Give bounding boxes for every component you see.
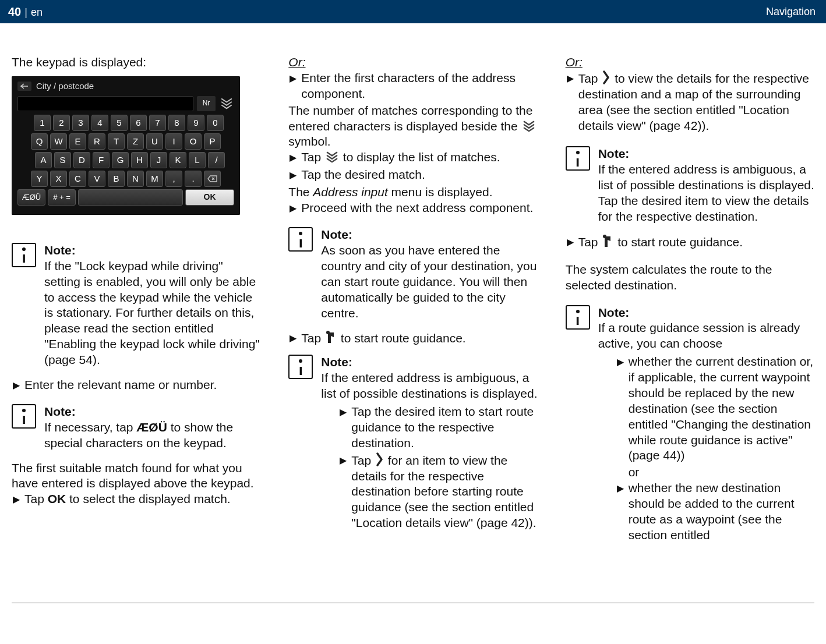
key-6[interactable]: 6 <box>130 115 147 131</box>
note-sub-1: ▶ whether the current destination or, if… <box>617 354 814 463</box>
instr-start-guidance: ▶ Tap to start route guidance. <box>290 330 537 346</box>
key-t[interactable]: T <box>108 133 125 150</box>
page-lang: en <box>31 6 43 19</box>
triangle-bullet-icon: ▶ <box>617 480 624 497</box>
key-h[interactable]: H <box>131 152 148 168</box>
key-j[interactable]: J <box>150 152 167 168</box>
key-u[interactable]: U <box>146 133 163 150</box>
key-n[interactable]: N <box>127 171 144 187</box>
key-g[interactable]: G <box>112 152 129 168</box>
keypad-row-q: Q W E R T Z U I O P <box>17 133 234 150</box>
key-c[interactable]: C <box>69 171 86 187</box>
note-title: Note: <box>44 243 76 257</box>
key-k[interactable]: K <box>170 152 186 168</box>
key-ok[interactable]: OK <box>185 189 234 206</box>
key-dot[interactable]: . <box>185 171 202 187</box>
triangle-bullet-icon: ▶ <box>13 377 20 394</box>
angle-right-icon <box>376 452 383 466</box>
para-address-a: The <box>288 185 313 199</box>
key-7[interactable]: 7 <box>149 115 166 131</box>
keypad-input[interactable] <box>17 96 193 111</box>
triangle-bullet-icon: ▶ <box>290 200 296 217</box>
header-bar: 40 | en Navigation <box>0 0 826 23</box>
column-1: The keypad is displayed: City / postcode… <box>12 55 260 554</box>
note-country-city: ı Note: As soon as you have entered the … <box>288 227 537 321</box>
key-y[interactable]: Y <box>31 171 48 187</box>
instr-tap-ok: ▶ Tap OK to select the displayed match. <box>13 491 260 508</box>
triangle-bullet-icon: ▶ <box>290 70 296 87</box>
note-ambiguous: ı Note: If the entered address is ambigu… <box>288 355 537 532</box>
key-e[interactable]: E <box>69 133 86 150</box>
key-2[interactable]: 2 <box>53 115 70 131</box>
keypad-titlebar: City / postcode <box>17 80 234 93</box>
col1-intro: The keypad is displayed: <box>12 55 260 70</box>
instr-text-a: Tap <box>578 72 602 85</box>
key-b[interactable]: B <box>108 171 125 187</box>
keypad-row-a: A S D F G H J K L / <box>17 152 234 168</box>
note-title: Note: <box>44 405 76 418</box>
key-l[interactable]: L <box>189 152 206 168</box>
key-v[interactable]: V <box>89 171 105 187</box>
instr-text-b: to select the displayed match. <box>66 492 231 505</box>
key-8[interactable]: 8 <box>168 115 185 131</box>
key-3[interactable]: 3 <box>72 115 89 131</box>
keypad-row-y: Y X C V B N M , . <box>17 171 234 187</box>
key-x[interactable]: X <box>50 171 67 187</box>
key-s[interactable]: S <box>54 152 71 168</box>
key-comma[interactable]: , <box>165 171 182 187</box>
instr-text-a: Tap <box>578 235 602 249</box>
key-slash[interactable]: / <box>208 152 225 168</box>
keypad-nr-button[interactable]: Nr <box>197 96 216 111</box>
key-r[interactable]: R <box>89 133 105 150</box>
chevrons-down-icon[interactable] <box>219 96 234 111</box>
key-q[interactable]: Q <box>31 133 48 150</box>
page-number: 40 <box>8 5 21 19</box>
instr-tap-match: ▶ Tap the desired match. <box>290 167 537 183</box>
instr-start-guidance-3: ▶ Tap to start route guidance. <box>567 234 814 250</box>
key-symbols[interactable]: # + = <box>48 189 76 206</box>
key-m[interactable]: M <box>146 171 163 187</box>
note-text: If the entered address is ambiguous, a l… <box>321 371 537 400</box>
instr-text: Enter the first characters of the addres… <box>301 70 537 102</box>
key-backspace[interactable] <box>204 171 221 187</box>
para-address-italic: Address input <box>313 185 387 199</box>
key-4[interactable]: 4 <box>91 115 108 131</box>
key-9[interactable]: 9 <box>188 115 204 131</box>
instr-text-b: to display the list of matches. <box>340 150 500 164</box>
flag-icon <box>602 234 613 248</box>
page-section: Navigation <box>766 6 816 18</box>
note-sub-2: ▶ whether the new destination should be … <box>617 480 814 543</box>
key-5[interactable]: 5 <box>111 115 128 131</box>
key-d[interactable]: D <box>73 152 90 168</box>
instr-next-component: ▶ Proceed with the next address componen… <box>290 200 537 217</box>
note-text: If the "Lock keypad while driving" setti… <box>44 259 260 366</box>
back-icon[interactable] <box>17 82 31 91</box>
key-o[interactable]: O <box>185 133 202 150</box>
note-title: Note: <box>598 147 630 160</box>
note-lock-keypad: ı Note: If the "Lock keypad while drivin… <box>12 243 260 368</box>
page: 40 | en Navigation The keypad is display… <box>0 0 826 644</box>
key-space[interactable] <box>78 189 183 206</box>
key-w[interactable]: W <box>50 133 67 150</box>
instr-text-a: Tap <box>351 454 375 467</box>
content-columns: The keypad is displayed: City / postcode… <box>0 23 826 554</box>
instr-text: Enter the relevant name or number. <box>24 377 260 393</box>
key-a[interactable]: A <box>35 152 52 168</box>
key-i[interactable]: I <box>165 133 182 150</box>
triangle-bullet-icon: ▶ <box>13 491 20 508</box>
note-text: As soon as you have entered the country … <box>321 243 536 320</box>
key-1[interactable]: 1 <box>34 115 51 131</box>
instr-text-b: to start route guidance. <box>614 235 743 249</box>
triangle-bullet-icon: ▶ <box>567 234 574 250</box>
key-p[interactable]: P <box>204 133 221 150</box>
note-text: If a route guidance session is already a… <box>598 321 800 350</box>
footer-rule <box>12 603 814 603</box>
key-z[interactable]: Z <box>127 133 144 150</box>
key-0[interactable]: 0 <box>207 115 224 131</box>
page-index: 40 | en <box>8 5 43 19</box>
key-special[interactable]: ÆØÜ <box>17 189 45 206</box>
note-active-session: ı Note: If a route guidance session is a… <box>566 305 814 544</box>
instr-text-b: to start route guidance. <box>337 331 466 345</box>
key-f[interactable]: F <box>93 152 110 168</box>
triangle-bullet-icon: ▶ <box>340 404 347 420</box>
